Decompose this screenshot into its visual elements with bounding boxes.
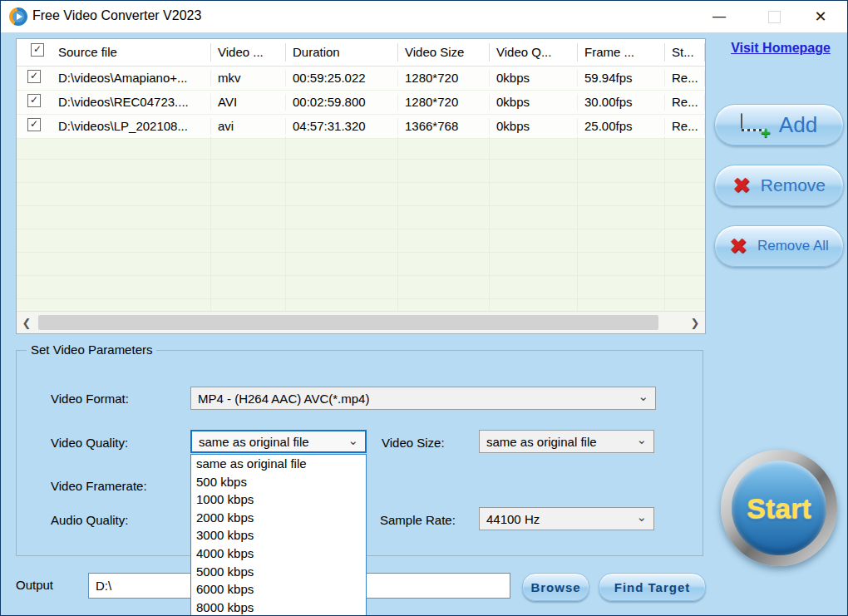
start-button[interactable]: Start xyxy=(721,450,837,566)
browse-button[interactable]: Browse xyxy=(522,573,589,601)
find-target-button[interactable]: Find Target xyxy=(599,573,706,601)
dropdown-option[interactable]: 6000 kbps xyxy=(191,580,366,599)
cell-size: 1280*720 xyxy=(398,94,490,111)
cell-status: Re... xyxy=(665,118,705,135)
add-button[interactable]: + Add xyxy=(714,104,844,145)
horizontal-scrollbar[interactable]: ❮ ❯ xyxy=(17,311,705,333)
column-header-video-quality[interactable]: Video Q... xyxy=(490,43,578,62)
row-checkbox[interactable]: ✓ xyxy=(17,70,52,86)
cell-format: avi xyxy=(211,118,286,135)
cell-quality: 0kbps xyxy=(490,118,578,135)
cell-duration: 00:59:25.022 xyxy=(286,70,398,86)
minimize-button[interactable]: — xyxy=(701,1,737,32)
dropdown-option[interactable]: 4000 kbps xyxy=(191,545,366,563)
row-checkbox[interactable]: ✓ xyxy=(17,118,52,135)
app-icon xyxy=(9,7,27,26)
dropdown-option[interactable]: 5000 kbps xyxy=(191,563,366,581)
checkbox-check-icon: ✓ xyxy=(27,70,41,83)
cell-source: D:\videos\Amapiano+... xyxy=(52,70,211,86)
column-header-video-size[interactable]: Video Size xyxy=(398,43,490,62)
column-header-framerate[interactable]: Frame ... xyxy=(578,43,665,62)
sample-rate-label: Sample Rate: xyxy=(380,513,456,527)
cell-source: D:\videos\REC04723.... xyxy=(52,94,211,111)
scroll-left-icon[interactable]: ❮ xyxy=(17,317,37,329)
audio-quality-label: Audio Quality: xyxy=(51,513,128,527)
scrollbar-thumb[interactable] xyxy=(38,315,658,330)
dropdown-option[interactable]: 2000 kbps xyxy=(191,509,366,527)
cell-status: Re... xyxy=(665,94,705,111)
file-list-empty-area xyxy=(17,136,705,312)
file-list-rows: ✓D:\videos\Amapiano+...mkv00:59:25.02212… xyxy=(17,67,705,139)
title-bar: Free Video Converter V2023 — ✕ xyxy=(1,1,847,32)
cell-status: Re... xyxy=(665,70,705,86)
cell-quality: 0kbps xyxy=(490,94,578,111)
output-label: Output xyxy=(16,578,53,592)
cell-size: 1366*768 xyxy=(398,118,490,135)
dropdown-option[interactable]: 8000 kbps xyxy=(191,599,366,616)
group-title: Set Video Parameters xyxy=(27,342,156,357)
remove-button[interactable]: ✖ Remove xyxy=(714,165,844,206)
column-header-status[interactable]: St... xyxy=(665,43,705,62)
checkbox-check-icon: ✓ xyxy=(27,94,41,107)
window-title: Free Video Converter V2023 xyxy=(32,8,201,23)
dropdown-option[interactable]: 1000 kbps xyxy=(191,490,366,509)
column-header-source[interactable]: Source file xyxy=(52,43,211,62)
cell-framerate: 59.94fps xyxy=(578,70,665,86)
dropdown-option[interactable]: 500 kbps xyxy=(191,473,366,491)
dropdown-option[interactable]: 3000 kbps xyxy=(191,526,366,545)
maximize-button[interactable] xyxy=(756,1,792,32)
table-row[interactable]: ✓D:\videos\Amapiano+...mkv00:59:25.02212… xyxy=(17,67,705,91)
cell-framerate: 25.00fps xyxy=(578,118,665,135)
video-format-select[interactable]: MP4 - (H264 AAC) AVC(*.mp4) ⌄ xyxy=(190,387,656,410)
video-framerate-label: Video Framerate: xyxy=(51,479,147,493)
file-list-header: ✓ Source file Video ... Duration Video S… xyxy=(17,39,705,67)
checkbox-check-icon: ✓ xyxy=(27,118,41,131)
cell-framerate: 30.00fps xyxy=(578,94,665,111)
maximize-icon xyxy=(768,11,781,23)
close-button[interactable]: ✕ xyxy=(802,1,839,32)
remove-all-button[interactable]: ✖ Remove All xyxy=(714,225,844,267)
sample-rate-select[interactable]: 44100 Hz ⌄ xyxy=(479,507,654,530)
video-quality-dropdown-list[interactable]: same as original file500 kbps1000 kbps20… xyxy=(190,454,367,616)
cell-format: AVI xyxy=(211,94,286,111)
cell-source: D:\videos\LP_202108... xyxy=(52,118,211,135)
table-row[interactable]: ✓D:\videos\REC04723....AVI00:02:59.80012… xyxy=(17,91,705,115)
select-all-checkbox[interactable]: ✓ xyxy=(17,43,52,62)
video-format-label: Video Format: xyxy=(51,392,129,406)
cell-format: mkv xyxy=(211,70,286,86)
chevron-down-icon: ⌄ xyxy=(348,433,358,448)
table-row[interactable]: ✓D:\videos\LP_202108...avi04:57:31.32013… xyxy=(17,115,705,139)
app-window: Free Video Converter V2023 — ✕ ✓ Source … xyxy=(0,0,848,616)
cell-quality: 0kbps xyxy=(490,70,578,86)
cell-duration: 04:57:31.320 xyxy=(286,118,398,135)
remove-all-x-icon: ✖ xyxy=(729,236,747,256)
chevron-down-icon: ⌄ xyxy=(636,510,647,525)
cell-size: 1280*720 xyxy=(398,70,490,86)
remove-x-icon: ✖ xyxy=(732,175,751,195)
dropdown-option[interactable]: same as original file xyxy=(191,455,366,473)
chevron-down-icon: ⌄ xyxy=(636,432,647,447)
file-list: ✓ Source file Video ... Duration Video S… xyxy=(16,38,706,334)
row-checkbox[interactable]: ✓ xyxy=(17,94,52,111)
visit-homepage-link[interactable]: Visit Homepage xyxy=(716,41,846,56)
checkbox-check-icon: ✓ xyxy=(31,43,44,57)
add-video-icon: + xyxy=(741,114,769,136)
video-quality-select[interactable]: same as original file ⌄ xyxy=(190,430,367,453)
column-header-video[interactable]: Video ... xyxy=(211,43,286,62)
cell-duration: 00:02:59.800 xyxy=(286,94,398,111)
chevron-down-icon: ⌄ xyxy=(638,389,648,404)
column-header-duration[interactable]: Duration xyxy=(286,43,398,62)
video-size-label: Video Size: xyxy=(382,436,445,450)
video-size-select[interactable]: same as original file ⌄ xyxy=(479,430,654,453)
video-quality-label: Video Quality: xyxy=(51,436,128,450)
scroll-right-icon[interactable]: ❯ xyxy=(685,317,705,329)
start-button-face: Start xyxy=(732,461,826,555)
